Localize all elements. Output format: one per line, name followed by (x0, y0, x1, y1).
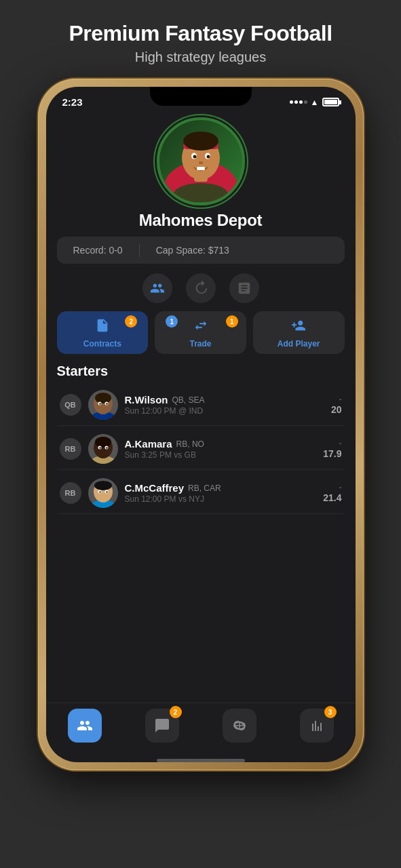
contracts-badge: 2 (125, 315, 137, 328)
signal-icon (290, 100, 307, 104)
notes-icon-tab[interactable] (229, 273, 259, 303)
team-avatar (157, 117, 245, 205)
score-dash: - (320, 483, 342, 492)
roster-icon-tab[interactable] (142, 273, 172, 303)
avatar (88, 390, 118, 420)
contracts-icon (95, 318, 110, 336)
svg-point-25 (106, 447, 107, 448)
chat-tab[interactable]: 2 (123, 709, 201, 743)
position-badge-qb: QB (60, 394, 81, 416)
status-icons: ▲ (290, 98, 339, 107)
stat-divider (139, 243, 140, 257)
trade-label: Trade (190, 339, 212, 349)
screen-content: Mahomes Depot Record: 0-0 Cap Space: $71… (46, 111, 356, 703)
player-portrait (160, 121, 242, 202)
svg-rect-10 (197, 167, 205, 170)
table-row[interactable]: QB R.Wils (57, 384, 345, 426)
trade-icon (193, 318, 208, 336)
avatar (88, 478, 118, 508)
trade-badge-left: 1 (166, 315, 178, 328)
stats-tab[interactable]: 3 (278, 709, 356, 743)
trade-button[interactable]: 1 1 Trade (155, 311, 246, 354)
player-name: A.Kamara (125, 438, 172, 450)
svg-point-9 (199, 161, 203, 164)
player-game: Sun 3:25 PM vs GB (125, 450, 313, 460)
svg-point-33 (106, 491, 107, 492)
action-buttons-row: 2 Contracts 1 1 Trade (57, 311, 345, 354)
roster-tab[interactable] (46, 709, 123, 743)
player-info: C.McCaffrey RB, CAR Sun 12:00 PM vs NYJ (125, 482, 313, 504)
phone-screen: 2:23 ▲ (46, 87, 356, 762)
player-score: - 17.9 (320, 439, 342, 459)
svg-point-24 (99, 447, 100, 448)
roster-tab-icon (68, 709, 102, 743)
icon-tab-row (142, 273, 259, 303)
stats-badge: 3 (324, 706, 337, 718)
svg-point-4 (183, 132, 218, 151)
player-info: R.Wilson QB, SEA Sun 12:00 PM @ IND (125, 394, 313, 416)
player-pos-team: RB, CAR (188, 484, 221, 493)
stats-tab-icon: 3 (300, 709, 334, 743)
svg-point-32 (99, 491, 100, 492)
hero-title: Premium Fantasy Football (69, 22, 332, 45)
team-name: Mahomes Depot (139, 211, 262, 230)
chat-tab-icon: 2 (145, 709, 179, 743)
position-badge-rb1: RB (60, 438, 81, 460)
svg-point-17 (99, 403, 100, 404)
table-row[interactable]: RB (57, 473, 345, 514)
player-pos-team: QB, SEA (172, 395, 205, 405)
player-pos-team: RB, NO (176, 439, 204, 449)
cap-space-stat: Cap Space: $713 (156, 245, 229, 256)
player-game: Sun 12:00 PM @ IND (125, 406, 313, 416)
add-player-button[interactable]: Add Player (253, 311, 345, 354)
add-player-label: Add Player (278, 339, 320, 349)
svg-point-21 (95, 437, 111, 448)
bottom-tab-bar: 2 3 (46, 703, 356, 756)
chat-badge: 2 (170, 706, 182, 718)
position-badge-rb2: RB (60, 482, 81, 504)
player-name: R.Wilson (125, 394, 168, 406)
contracts-button[interactable]: 2 Contracts (57, 311, 149, 354)
notch (150, 87, 252, 106)
svg-point-14 (95, 393, 111, 403)
status-time: 2:23 (62, 96, 83, 108)
trade-badge-right: 1 (226, 315, 238, 328)
hero-subtitle: High strategy leagues (135, 50, 266, 65)
svg-point-7 (193, 155, 196, 159)
svg-point-8 (206, 155, 210, 159)
svg-point-18 (106, 403, 107, 404)
player-info: A.Kamara RB, NO Sun 3:25 PM vs GB (125, 438, 313, 460)
phone-frame: 2:23 ▲ (38, 79, 364, 770)
stats-row: Record: 0-0 Cap Space: $713 (57, 237, 345, 264)
svg-point-29 (94, 481, 112, 490)
add-player-icon (291, 318, 306, 336)
player-list: QB R.Wils (57, 384, 345, 514)
player-score: - 20 (320, 395, 342, 415)
starters-section-title: Starters (57, 363, 345, 379)
player-name: C.McCaffrey (125, 482, 185, 494)
football-tab[interactable] (201, 709, 278, 743)
player-score: - 21.4 (320, 483, 342, 503)
football-tab-icon (223, 709, 256, 743)
score-dash: - (320, 395, 342, 404)
home-indicator (157, 759, 245, 762)
contracts-label: Contracts (83, 339, 121, 349)
battery-icon (322, 98, 339, 106)
table-row[interactable]: RB A.Kama (57, 429, 345, 470)
record-stat: Record: 0-0 (73, 245, 123, 256)
wifi-icon: ▲ (311, 98, 319, 107)
history-icon-tab[interactable] (186, 273, 216, 303)
player-game: Sun 12:00 PM vs NYJ (125, 494, 313, 504)
avatar (88, 434, 118, 464)
score-dash: - (320, 439, 342, 448)
